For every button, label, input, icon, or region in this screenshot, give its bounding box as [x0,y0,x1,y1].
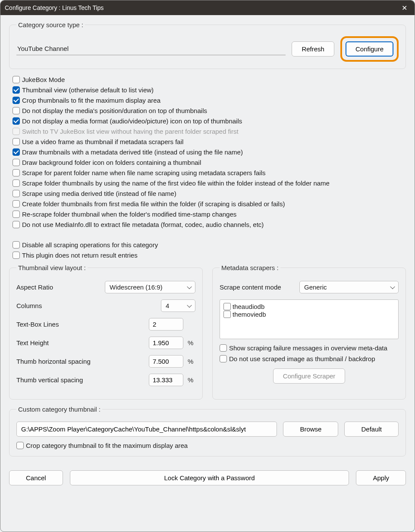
option-checkbox[interactable] [13,86,20,94]
vspacing-input[interactable] [149,374,183,386]
scraper-item[interactable]: theaudiodb [223,303,395,310]
option-checkbox[interactable] [13,107,20,114]
option-label: Create folder thumbnails from first medi… [22,200,285,208]
custom-thumb-legend: Custom category thumbnail : [16,406,102,413]
scraper-listbox[interactable]: theaudiodbthemoviedb [220,299,399,339]
text-height-label: Text Height [16,339,145,346]
option-row: JukeBox Mode [13,76,406,83]
pct-2: % [188,358,195,365]
metadata-scrapers-fieldset: Metadata scrapers : Scrape content mode … [212,264,406,400]
option-label: Do not display a media format (audio/vid… [22,117,242,125]
option-checkbox[interactable] [13,200,20,208]
aspect-ratio-select[interactable]: Widescreen (16:9) [105,281,195,293]
titlebar: Configure Category : Linus Tech Tips ✕ [0,0,415,15]
scrape-mode-label: Scrape content mode [220,283,295,291]
option-label: Crop thumbnails to fit the maximum displ… [22,97,160,104]
option-row: Thumbnail view (otherwise default to lis… [13,86,406,94]
refresh-button[interactable]: Refresh [292,41,334,57]
custom-thumb-path-input[interactable] [16,422,277,437]
configure-button[interactable]: Configure [346,41,393,57]
cancel-button[interactable]: Cancel [9,470,63,485]
columns-label: Columns [16,302,157,309]
show-failure-checkbox[interactable] [220,344,227,352]
window-title: Configure Category : Linus Tech Tips [5,4,398,11]
aspect-ratio-label: Aspect Ratio [16,283,101,291]
configure-scraper-button[interactable]: Configure Scraper [273,368,346,384]
vspacing-label: Thumb vertical spacing [16,376,145,384]
options-list: JukeBox ModeThumbnail view (otherwise de… [9,76,406,228]
hspacing-label: Thumb horizontal spacing [16,358,145,365]
thumb-layout-legend: Thumbnail view layout : [16,264,88,271]
option-checkbox[interactable] [13,190,20,197]
option-label: Scrape using media derived title (instea… [22,190,176,197]
option-row: Scrape folder thumbnails by using the na… [13,179,406,187]
crop-custom-thumb-label: Crop category thumbnail to fit the maxim… [26,442,188,449]
no-scraped-thumb-checkbox[interactable] [220,355,227,362]
columns-select[interactable]: 4 [161,299,195,312]
option-row: Draw thumbnails with a metadata derived … [13,148,406,156]
option-checkbox[interactable] [13,138,20,145]
option-label: Scrape for parent folder name when file … [22,169,265,176]
option-checkbox[interactable] [13,252,20,259]
option-row: Re-scrape folder thumbnail when the fold… [13,211,406,218]
options-list-2: Disable all scraping operations for this… [9,241,406,259]
scraper-checkbox[interactable] [223,311,231,318]
option-row: Do not display the media's position/dura… [13,107,406,114]
option-label: Do not use MediaInfo.dll to extract file… [22,221,264,228]
show-failure-label: Show scraping failure messages in overvi… [229,344,387,352]
option-row: Crop thumbnails to fit the maximum displ… [13,97,406,104]
option-label: Switch to TV JukeBox list view without h… [22,128,239,135]
source-type-legend: Category source type : [16,21,85,28]
option-label: Scrape folder thumbnails by using the na… [22,179,330,187]
option-checkbox[interactable] [13,159,20,166]
option-checkbox[interactable] [13,76,20,83]
option-label: Do not display the media's position/dura… [22,107,207,114]
browse-button[interactable]: Browse [283,422,338,437]
option-label: Use a video frame as thumbnail if metada… [22,138,183,145]
option-label: Draw thumbnails with a metadata derived … [22,148,243,156]
option-checkbox[interactable] [13,241,20,249]
option-label: Draw background folder icon on folders c… [22,159,201,166]
scraper-item[interactable]: themoviedb [223,311,395,318]
option-checkbox[interactable] [13,117,20,125]
no-scraped-thumb-label: Do not use scraped image as thumbnail / … [229,355,375,362]
option-row: Create folder thumbnails from first medi… [13,200,406,208]
option-row: Switch to TV JukeBox list view without h… [13,128,406,135]
option-checkbox[interactable] [13,211,20,218]
option-label: This plugin does not return result entri… [22,252,138,259]
option-checkbox[interactable] [13,221,20,228]
source-type-input[interactable] [16,43,286,55]
close-icon[interactable]: ✕ [398,4,410,12]
option-checkbox[interactable] [13,169,20,176]
apply-button[interactable]: Apply [356,470,406,485]
scrape-mode-select[interactable]: Generic [299,281,399,293]
crop-custom-thumb-checkbox[interactable] [16,442,24,449]
option-row: Do not use MediaInfo.dll to extract file… [13,221,406,228]
custom-thumbnail-fieldset: Custom category thumbnail : Browse Defau… [9,406,406,456]
option-row: Disable all scraping operations for this… [13,241,406,249]
configure-category-window: Configure Category : Linus Tech Tips ✕ C… [0,0,415,532]
option-checkbox[interactable] [13,179,20,187]
default-button[interactable]: Default [344,422,399,437]
option-row: This plugin does not return result entri… [13,252,406,259]
scraper-checkbox[interactable] [223,303,231,310]
option-checkbox[interactable] [13,97,20,104]
option-row: Do not display a media format (audio/vid… [13,117,406,125]
lock-category-button[interactable]: Lock Category with a Password [70,470,349,485]
option-row: Scrape using media derived title (instea… [13,190,406,197]
textbox-lines-label: Text-Box Lines [16,321,145,328]
configure-highlight-ring: Configure [340,36,399,62]
option-label: Disable all scraping operations for this… [22,241,158,249]
scrapers-legend: Metadata scrapers : [220,264,280,271]
thumbnail-layout-fieldset: Thumbnail view layout : Aspect Ratio Wid… [9,264,203,400]
option-row: Scrape for parent folder name when file … [13,169,406,176]
textbox-lines-input[interactable] [149,318,183,331]
option-checkbox[interactable] [13,148,20,156]
option-label: Thumbnail view (otherwise default to lis… [22,86,154,94]
source-type-fieldset: Category source type : Refresh Configure [9,21,406,69]
option-label: JukeBox Mode [22,76,65,83]
option-row: Draw background folder icon on folders c… [13,159,406,166]
scraper-label: theaudiodb [233,303,264,310]
hspacing-input[interactable] [149,355,183,368]
text-height-input[interactable] [149,337,183,349]
